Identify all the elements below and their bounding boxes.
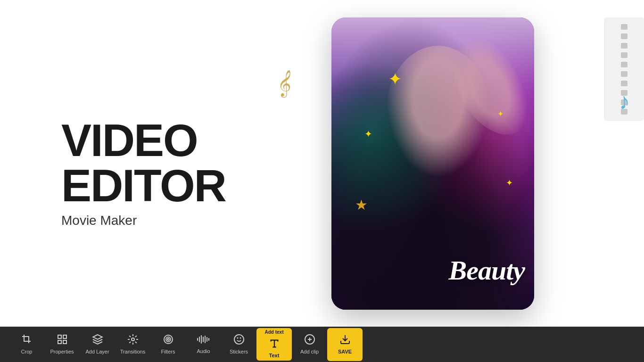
svg-point-5 bbox=[132, 338, 134, 341]
svg-rect-2 bbox=[58, 340, 61, 344]
svg-rect-13 bbox=[205, 336, 206, 343]
toolbar-item-stickers[interactable]: Stickers bbox=[221, 328, 256, 361]
toolbar-item-add-layer[interactable]: Add Layer bbox=[80, 328, 115, 361]
svg-rect-12 bbox=[203, 337, 204, 342]
film-hole bbox=[621, 24, 627, 30]
audio-icon bbox=[197, 334, 210, 346]
toolbar-partial-item bbox=[2, 328, 9, 361]
svg-point-8 bbox=[167, 338, 169, 340]
toolbar: Crop Properties bbox=[0, 327, 644, 362]
properties-label: Properties bbox=[50, 349, 74, 355]
crop-icon bbox=[21, 334, 33, 347]
svg-marker-4 bbox=[93, 335, 102, 339]
svg-rect-9 bbox=[197, 338, 198, 341]
toolbar-item-properties[interactable]: Properties bbox=[44, 328, 80, 361]
app-title-editor: EDITOR bbox=[61, 163, 259, 208]
toolbar-item-add-clip[interactable]: Add clip bbox=[292, 328, 327, 361]
add-clip-icon bbox=[304, 334, 315, 347]
svg-rect-15 bbox=[208, 338, 209, 341]
title-section: VIDEO EDITOR Movie Maker bbox=[0, 99, 259, 228]
filters-icon bbox=[163, 334, 174, 347]
save-icon bbox=[339, 334, 351, 347]
add-layer-icon bbox=[92, 334, 103, 347]
app-subtitle: Movie Maker bbox=[61, 213, 259, 228]
content-area: VIDEO EDITOR Movie Maker 𝄞 ♪ bbox=[0, 0, 644, 327]
film-hole bbox=[621, 62, 627, 67]
beauty-text: Beauty bbox=[448, 255, 525, 286]
svg-point-6 bbox=[164, 335, 173, 344]
audio-label: Audio bbox=[197, 348, 210, 354]
svg-point-7 bbox=[166, 337, 171, 342]
svg-point-16 bbox=[234, 335, 244, 344]
music-note-blue-decoration: ♪ bbox=[618, 88, 631, 115]
sparkle-icon-2: ✦ bbox=[364, 128, 372, 140]
properties-icon bbox=[57, 334, 68, 347]
svg-rect-10 bbox=[199, 337, 200, 342]
sparkle-icon-3: ✦ bbox=[497, 109, 504, 118]
transitions-icon bbox=[127, 334, 139, 347]
preview-section: 𝄞 ♪ ✦ ✦ ✦ ★ ✦ Beauty bbox=[259, 17, 644, 310]
crop-label: Crop bbox=[21, 349, 33, 355]
main-container: VIDEO EDITOR Movie Maker 𝄞 ♪ bbox=[0, 0, 644, 362]
svg-rect-3 bbox=[63, 340, 66, 344]
film-hole bbox=[621, 43, 627, 49]
film-hole bbox=[621, 71, 627, 77]
add-layer-label: Add Layer bbox=[85, 349, 109, 355]
film-hole bbox=[621, 33, 627, 39]
toolbar-item-crop[interactable]: Crop bbox=[9, 328, 44, 361]
add-clip-label: Add clip bbox=[300, 349, 319, 355]
toolbar-item-transitions[interactable]: Transitions bbox=[115, 328, 150, 361]
toolbar-item-filters[interactable]: Filters bbox=[150, 328, 186, 361]
filters-label: Filters bbox=[161, 349, 175, 355]
toolbar-item-save[interactable]: SAVE bbox=[327, 328, 363, 361]
star-icon-4: ★ bbox=[355, 197, 368, 213]
stickers-icon bbox=[233, 334, 245, 347]
toolbar-item-audio[interactable]: Audio bbox=[186, 328, 221, 361]
toolbar-item-text[interactable]: Add text Text bbox=[256, 328, 292, 361]
stickers-label: Stickers bbox=[230, 349, 248, 355]
preview-card: ✦ ✦ ✦ ★ ✦ Beauty bbox=[331, 17, 534, 310]
svg-rect-0 bbox=[58, 335, 61, 338]
sparkle-icon-1: ✦ bbox=[388, 69, 402, 89]
save-label: SAVE bbox=[338, 349, 352, 355]
svg-rect-14 bbox=[206, 337, 207, 342]
add-text-badge: Add text bbox=[256, 328, 292, 336]
svg-rect-1 bbox=[63, 335, 66, 338]
svg-rect-11 bbox=[201, 335, 202, 344]
text-icon bbox=[269, 338, 280, 351]
sparkle-icon-5: ✦ bbox=[506, 178, 513, 188]
film-hole bbox=[621, 52, 627, 58]
text-icon-wrapper: Text bbox=[256, 336, 292, 361]
app-title-video: VIDEO bbox=[61, 118, 259, 163]
transitions-label: Transitions bbox=[120, 349, 145, 355]
text-label: Text bbox=[269, 353, 280, 358]
film-hole bbox=[621, 81, 627, 86]
